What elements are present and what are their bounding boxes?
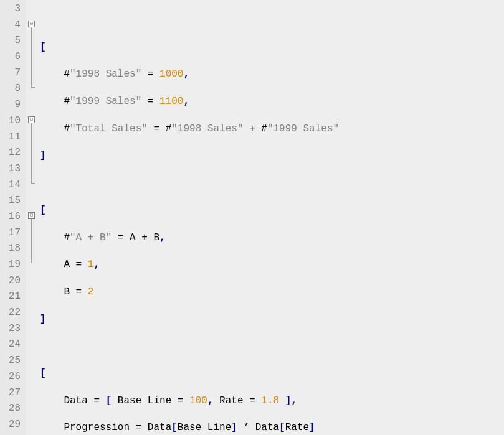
line-number: 11	[2, 129, 21, 146]
open-bracket: [	[171, 422, 178, 433]
line-number: 5	[2, 33, 21, 49]
fold-toggle-icon[interactable]: ⊟	[28, 21, 35, 27]
assign: =	[148, 123, 166, 134]
line-number: 29	[2, 417, 21, 433]
ident: A =	[64, 259, 87, 270]
plus-op: +	[243, 123, 261, 134]
fold-end	[31, 263, 35, 263]
line-number-gutter: 3 4 5 6 7 8 9 10 11 12 13 14 15 16 17 18…	[0, 0, 26, 435]
ident: Base Line	[178, 422, 231, 433]
ident: B =	[64, 286, 87, 297]
code-line: #"1998 Sales" = 1000,	[40, 67, 504, 83]
line-number: 27	[2, 385, 21, 401]
comma: ,	[183, 96, 189, 107]
fold-guide	[31, 219, 32, 263]
number-literal: 100	[189, 395, 207, 406]
line-number: 18	[2, 241, 21, 257]
code-line: ]	[40, 148, 504, 164]
string-literal: "1998 Sales"	[70, 68, 141, 80]
space	[279, 395, 285, 406]
line-number: 21	[2, 289, 21, 305]
line-number: 3	[2, 1, 21, 17]
line-number: 13	[2, 161, 21, 177]
code-line: #"Total Sales" = #"1998 Sales" + #"1999 …	[40, 121, 504, 138]
assign: =	[141, 96, 159, 107]
ident: Rate	[285, 422, 309, 433]
comma: ,	[93, 259, 100, 270]
ident: Rate =	[213, 395, 261, 406]
comma: ,	[291, 395, 297, 406]
close-bracket: ]	[309, 422, 315, 433]
number-literal: 1000	[159, 68, 183, 80]
string-literal: "Total Sales"	[70, 123, 148, 134]
close-bracket: ]	[285, 395, 292, 406]
code-line: #"A + B" = A + B,	[40, 230, 504, 246]
code-line	[40, 12, 504, 29]
fold-guide	[31, 123, 32, 183]
fold-toggle-icon[interactable]: ⊟	[28, 116, 35, 123]
line-number: 7	[2, 65, 21, 82]
code-line: Data = [ Base Line = 100, Rate = 1.8 ],	[40, 393, 504, 409]
line-number: 19	[2, 257, 21, 273]
assign: =	[141, 68, 159, 80]
hash: #	[64, 123, 70, 134]
fold-toggle-icon[interactable]: ⊟	[28, 212, 35, 219]
string-literal: "1998 Sales"	[171, 123, 243, 134]
hash: #	[64, 96, 70, 107]
open-bracket: [	[40, 42, 46, 53]
line-number: 4	[2, 17, 21, 34]
code-line: [	[40, 366, 504, 382]
hash: #	[64, 232, 70, 243]
ident: Base Line =	[112, 395, 189, 406]
close-bracket: ]	[231, 422, 237, 433]
ident: Progression = Data	[64, 422, 171, 433]
code-editor[interactable]: [ #"1998 Sales" = 1000, #"1999 Sales" = …	[37, 0, 504, 435]
fold-margin: ⊟ ⊟ ⊟	[26, 0, 37, 435]
code-line	[40, 175, 504, 192]
code-line: A = 1,	[40, 257, 504, 273]
number-literal: 2	[88, 286, 94, 297]
expr: = A + B	[112, 232, 159, 243]
comma: ,	[183, 68, 189, 80]
string-literal: "1999 Sales"	[70, 96, 141, 107]
hash: #	[166, 123, 172, 134]
line-number: 17	[2, 225, 21, 241]
line-number: 26	[2, 369, 21, 385]
line-number: 24	[2, 337, 21, 353]
open-bracket: [	[40, 205, 46, 216]
line-number: 8	[2, 81, 21, 97]
line-number: 14	[2, 177, 21, 194]
line-number: 16	[2, 209, 21, 225]
expr: * Data	[237, 422, 279, 433]
hash: #	[261, 123, 267, 134]
code-line: #"1999 Sales" = 1100,	[40, 94, 504, 110]
open-bracket: [	[106, 395, 112, 406]
hash: #	[64, 68, 70, 80]
number-literal: 1	[88, 259, 94, 270]
open-bracket: [	[40, 368, 46, 379]
open-bracket: [	[279, 422, 285, 433]
line-number: 12	[2, 145, 21, 161]
line-number: 22	[2, 305, 21, 321]
code-line	[40, 339, 504, 355]
number-literal: 1.8	[261, 395, 279, 406]
line-number: 6	[2, 49, 21, 65]
string-literal: "1999 Sales"	[267, 123, 339, 134]
line-number: 28	[2, 401, 21, 417]
code-line: [	[40, 40, 504, 56]
code-line: Progression = Data[Base Line] * Data[Rat…	[40, 420, 504, 435]
comma: ,	[159, 232, 166, 243]
string-literal: "A + B"	[70, 232, 112, 243]
close-bracket: ]	[40, 314, 46, 325]
line-number: 10	[2, 113, 21, 129]
code-line: ]	[40, 312, 504, 328]
fold-guide	[31, 27, 32, 87]
code-line: [	[40, 203, 504, 219]
fold-end	[31, 87, 35, 88]
code-line: B = 2	[40, 284, 504, 301]
ident: Data =	[64, 395, 105, 406]
line-number: 9	[2, 97, 21, 113]
line-number: 20	[2, 273, 21, 289]
number-literal: 1100	[159, 96, 183, 107]
close-bracket: ]	[40, 150, 46, 161]
